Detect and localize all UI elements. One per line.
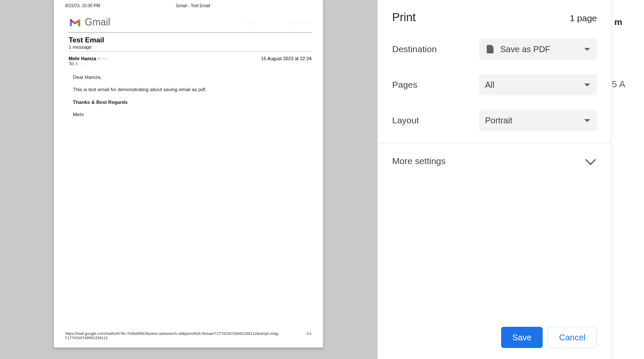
preview-page-header: 8/15/23, 10:30 PM Gmail - Test Email xyxy=(65,3,312,8)
to-label: To: r xyxy=(69,61,78,66)
preview-date: 8/15/23, 10:30 PM xyxy=(65,3,100,8)
more-settings-toggle[interactable]: More settings xyxy=(378,143,611,179)
to-blur: · · · xyxy=(80,61,86,66)
dropdown-arrow-icon xyxy=(584,119,590,122)
preview-header-title: Gmail - Test Email xyxy=(176,3,210,8)
preview-page-footer: https://mail.google.com/mail/u/0/?ik=703… xyxy=(65,331,312,340)
panel-footer: Save Cancel xyxy=(501,327,597,348)
pages-value: All xyxy=(485,80,584,90)
gmail-logo: Gmail xyxy=(69,17,110,28)
sender-row: Mehr Hamza <······· 15 August 2023 at 22… xyxy=(69,56,312,61)
email-body: Dear Hamza, This is test email for demon… xyxy=(73,74,312,118)
gmail-logo-row: Gmail ···· · · · · · · · xyxy=(69,17,312,33)
preview-page: 8/15/23, 10:30 PM Gmail - Test Email Gma… xyxy=(54,0,323,348)
gmail-text: Gmail xyxy=(85,17,110,28)
pages-dropdown[interactable]: All xyxy=(479,74,597,95)
gmail-icon xyxy=(69,18,81,27)
more-settings-label: More settings xyxy=(392,156,446,166)
layout-row: Layout Portrait xyxy=(392,110,597,131)
destination-dropdown[interactable]: Save as PDF xyxy=(479,39,597,60)
sender-email-blur: <······· xyxy=(98,56,108,61)
destination-value: Save as PDF xyxy=(500,45,584,54)
dropdown-arrow-icon xyxy=(584,83,590,86)
body-signature: Mehr xyxy=(73,111,312,118)
print-dialog-panel: Print 1 page Destination Save as PDF Pag… xyxy=(377,0,611,359)
pages-row: Pages All xyxy=(392,74,597,95)
sender-name: Mehr Hamza xyxy=(69,56,96,61)
layout-dropdown[interactable]: Portrait xyxy=(479,110,597,131)
email-subject: Test Email xyxy=(69,36,312,45)
bg-frag-2: 5 A xyxy=(612,79,625,90)
panel-header: Print 1 page xyxy=(378,0,611,28)
footer-url: https://mail.google.com/mail/u/0/?ik=703… xyxy=(65,331,306,340)
background-content: m 5 A xyxy=(611,0,644,359)
message-count: 1 message xyxy=(69,45,312,52)
print-title: Print xyxy=(392,11,416,24)
body-line1: This is test email for demonstrating abo… xyxy=(73,86,312,93)
bg-frag-1: m xyxy=(614,17,622,27)
cancel-button[interactable]: Cancel xyxy=(548,327,597,348)
body-regards: Thanks & Best Regards xyxy=(73,99,312,106)
body-greeting: Dear Hamza, xyxy=(73,74,312,81)
user-blur-right: · · · · · · · xyxy=(288,19,312,25)
page-count: 1 page xyxy=(570,13,597,23)
print-preview-area: 8/15/23, 10:30 PM Gmail - Test Email Gma… xyxy=(0,0,377,359)
settings-block: Destination Save as PDF Pages All Layout… xyxy=(378,28,611,143)
footer-page-num: 1/1 xyxy=(306,331,312,340)
user-blur-left: ···· xyxy=(246,19,254,25)
layout-label: Layout xyxy=(392,115,419,125)
destination-row: Destination Save as PDF xyxy=(392,39,597,60)
layout-value: Portrait xyxy=(485,116,584,125)
pages-label: Pages xyxy=(392,80,418,90)
chevron-down-icon xyxy=(585,154,596,165)
save-button[interactable]: Save xyxy=(501,327,543,348)
destination-label: Destination xyxy=(392,44,437,54)
pdf-file-icon xyxy=(485,44,495,54)
dropdown-arrow-icon xyxy=(584,48,590,51)
sent-datetime: 15 August 2023 at 22:24 xyxy=(261,56,312,61)
to-row: To: r · · · xyxy=(69,61,312,66)
